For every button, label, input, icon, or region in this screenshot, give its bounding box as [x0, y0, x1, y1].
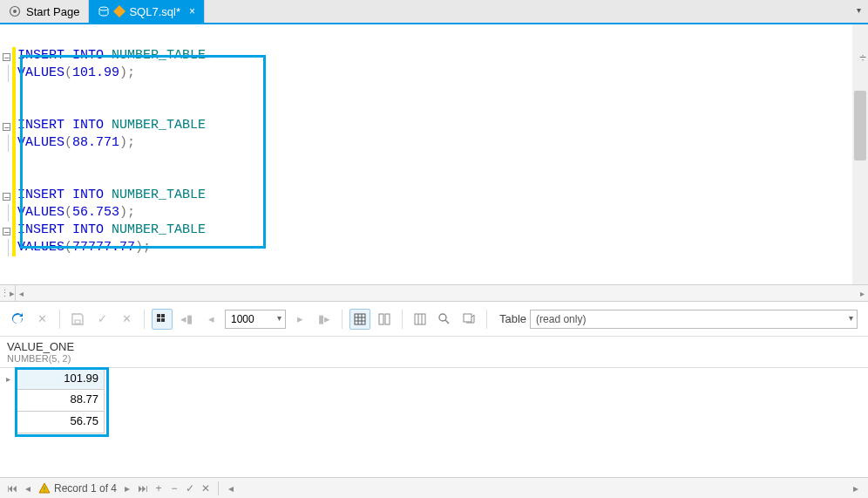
sql-keyword: VALUES	[17, 240, 64, 255]
svg-rect-4	[157, 314, 160, 317]
find-button[interactable]	[434, 309, 455, 330]
readonly-select[interactable]: (read only)	[530, 310, 858, 329]
tab-sql-file[interactable]: SQL7.sql* ×	[89, 0, 205, 23]
commit-icon[interactable]: ✓	[183, 482, 197, 495]
split-icon[interactable]: ÷	[859, 51, 866, 65]
scroll-left-icon[interactable]: ◂	[16, 289, 27, 298]
refresh-button[interactable]	[7, 309, 28, 330]
scroll-left-icon[interactable]: ◂	[224, 482, 238, 495]
sql-identifier: NUMBER_TABLE	[112, 188, 206, 202]
sql-editor[interactable]: INSERT INTO NUMBER_TABLE VALUES(101.99);…	[0, 24, 868, 284]
svg-line-19	[445, 320, 449, 324]
column-type: NUMBER(5, 2)	[7, 353, 861, 364]
svg-point-1	[13, 10, 17, 13]
sql-keyword: VALUES	[17, 65, 64, 80]
sql-number: 88.771	[72, 135, 119, 150]
cell-value[interactable]: 101.99	[16, 368, 105, 390]
sql-identifier: NUMBER_TABLE	[112, 222, 206, 237]
sql-number: 77777.77	[72, 240, 135, 255]
confirm-button[interactable]: ✓	[92, 309, 112, 330]
svg-rect-6	[157, 318, 160, 322]
svg-rect-13	[379, 314, 383, 324]
sql-keyword: INTO	[72, 222, 104, 237]
tab-label: Start Page	[26, 5, 79, 18]
svg-rect-5	[161, 314, 165, 317]
scroll-right-icon[interactable]: ▸	[849, 482, 863, 495]
column-header[interactable]: VALUE_ONE NUMBER(5, 2)	[0, 337, 868, 368]
sql-keyword: INSERT	[17, 48, 64, 63]
svg-rect-20	[464, 314, 471, 322]
row-limit-select[interactable]: 1000	[225, 310, 286, 329]
nav-last-button[interactable]: ▮▸	[314, 309, 335, 330]
results-toolbar: ✕ ✓ ✕ ◂▮ ◂ 1000 ▸ ▮▸ Table (read only)	[0, 302, 868, 337]
table-row[interactable]: 88.77	[0, 390, 868, 412]
cell-value[interactable]: 88.77	[16, 390, 105, 412]
save-button[interactable]	[67, 309, 88, 330]
svg-rect-15	[415, 314, 425, 324]
grid-mode-button[interactable]	[152, 309, 173, 330]
export-button[interactable]	[458, 309, 479, 330]
sql-number: 101.99	[72, 65, 119, 80]
row-limit-value: 1000	[231, 313, 254, 325]
start-page-icon	[9, 5, 21, 17]
sql-keyword: VALUES	[17, 205, 64, 220]
svg-rect-21	[44, 487, 44, 490]
tab-label: SQL7.sql*	[129, 5, 180, 18]
svg-point-18	[439, 314, 446, 321]
nav-first-button[interactable]: ◂▮	[176, 309, 197, 330]
svg-rect-14	[385, 314, 390, 324]
sql-file-icon	[98, 5, 110, 17]
column-name: VALUE_ONE	[7, 340, 861, 353]
warning-icon	[38, 482, 51, 495]
object-type-label: Table	[499, 312, 526, 325]
sql-keyword: INSERT	[17, 118, 64, 133]
nav-prev-button[interactable]: ◂	[200, 309, 221, 330]
nav-first-icon[interactable]: ⏮	[5, 482, 19, 495]
current-row-icon: ▸	[0, 368, 16, 390]
tab-bar: Start Page SQL7.sql* × ▾	[0, 0, 868, 24]
svg-rect-3	[75, 320, 80, 324]
view-form-button[interactable]	[374, 309, 395, 330]
readonly-value: (read only)	[536, 313, 586, 325]
svg-rect-7	[161, 318, 165, 322]
nav-next-button[interactable]: ▸	[289, 309, 310, 330]
sql-keyword: INSERT	[17, 188, 64, 202]
cancel-button[interactable]: ✕	[31, 309, 52, 330]
svg-rect-22	[44, 491, 44, 492]
sql-identifier: NUMBER_TABLE	[112, 48, 206, 63]
vertical-scrollbar[interactable]: ÷	[852, 24, 868, 284]
record-position-label: Record 1 of 4	[54, 482, 117, 495]
sql-keyword: VALUES	[17, 135, 64, 150]
sql-keyword: INSERT	[17, 222, 64, 237]
table-row[interactable]: ▸ 101.99	[0, 368, 868, 390]
scroll-right-icon[interactable]: ▸	[857, 289, 868, 298]
scrollbar-thumb[interactable]	[854, 91, 866, 160]
reject-button[interactable]: ✕	[116, 309, 137, 330]
status-bar: ⏮ ◂ Record 1 of 4 ▸ ⏭ + − ✓ ✕ ◂ ▸	[0, 477, 868, 498]
split-handle-icon[interactable]: ⋮▸	[0, 285, 16, 301]
horizontal-scrollbar[interactable]: ⋮▸ ◂ ▸	[0, 284, 868, 302]
add-row-icon[interactable]: +	[152, 482, 166, 495]
tab-menu-icon[interactable]: ▾	[857, 5, 861, 15]
cell-value[interactable]: 56.75	[16, 412, 105, 433]
close-icon[interactable]: ×	[189, 5, 195, 17]
tab-start-page[interactable]: Start Page	[0, 0, 89, 23]
results-grid[interactable]: VALUE_ONE NUMBER(5, 2) ▸ 101.99 88.77 56…	[0, 337, 868, 459]
modified-icon	[115, 5, 124, 18]
sql-identifier: NUMBER_TABLE	[112, 118, 206, 133]
rollback-icon[interactable]: ✕	[199, 482, 213, 495]
sql-keyword: INTO	[72, 188, 104, 202]
sql-keyword: INTO	[72, 48, 104, 63]
svg-point-2	[99, 7, 108, 10]
table-row[interactable]: 56.75	[0, 412, 868, 433]
view-columns-button[interactable]	[410, 309, 431, 330]
nav-prev-icon[interactable]: ◂	[21, 482, 35, 495]
sql-keyword: INTO	[72, 118, 104, 133]
sql-number: 56.753	[72, 205, 119, 220]
svg-rect-8	[355, 314, 365, 324]
nav-next-icon[interactable]: ▸	[120, 482, 134, 495]
view-table-button[interactable]	[349, 309, 370, 330]
delete-row-icon[interactable]: −	[167, 482, 181, 495]
nav-last-icon[interactable]: ⏭	[136, 482, 150, 495]
